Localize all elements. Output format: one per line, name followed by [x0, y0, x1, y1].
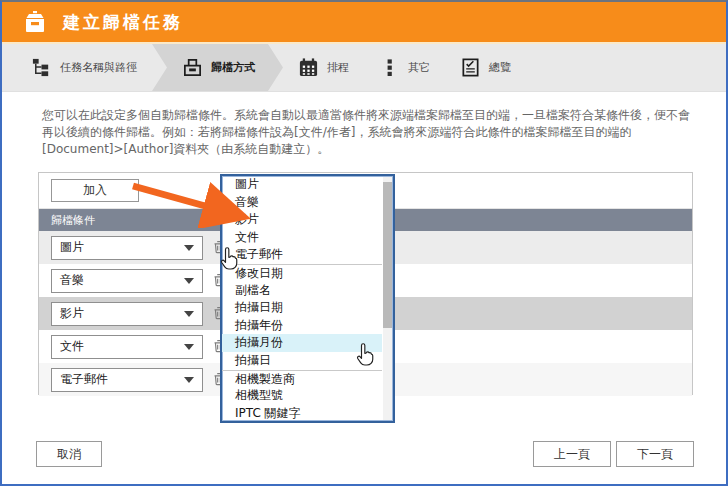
page-title: 建立歸檔任務	[63, 11, 183, 34]
step-task-name-path[interactable]: 任務名稱與路徑	[16, 44, 152, 91]
select-value: 音樂	[60, 272, 84, 289]
step-label: 任務名稱與路徑	[60, 60, 137, 75]
dots-icon	[379, 57, 400, 78]
archive-icon	[182, 57, 203, 78]
chevron-down-icon	[184, 344, 194, 350]
title-bar: 建立歸檔任務	[2, 2, 726, 42]
condition-type-select[interactable]: 文件	[51, 335, 203, 359]
step-overview[interactable]: 總覽	[445, 44, 526, 91]
step-label: 歸檔方式	[211, 60, 255, 75]
condition-type-select[interactable]: 音樂	[51, 269, 203, 293]
dropdown-scrollbar[interactable]	[383, 177, 392, 420]
scrollbar-thumb[interactable]	[383, 182, 392, 328]
step-schedule[interactable]: 排程	[283, 44, 364, 91]
dropdown-item[interactable]: 相機型號	[222, 387, 382, 405]
step-label: 總覽	[489, 60, 511, 75]
pointer-cursor-icon	[218, 247, 238, 271]
step-archive-method[interactable]: 歸檔方式	[152, 44, 283, 91]
wizard-stepbar: 任務名稱與路徑 歸檔方式 排程	[2, 42, 726, 92]
dropdown-item[interactable]: 拍攝年份	[222, 317, 382, 335]
tree-icon	[31, 57, 52, 78]
chevron-down-icon	[184, 278, 194, 284]
pointer-cursor-icon	[354, 343, 374, 367]
archive-box-icon	[22, 10, 48, 34]
dropdown-item[interactable]: IPTC 關鍵字	[222, 405, 382, 423]
chevron-down-icon	[184, 377, 194, 383]
next-page-button[interactable]: 下一頁	[616, 441, 694, 467]
select-value: 圖片	[60, 239, 84, 256]
dropdown-item[interactable]: 修改日期	[222, 264, 382, 282]
select-value: 文件	[60, 338, 84, 355]
condition-type-select[interactable]: 影片	[51, 302, 203, 326]
dropdown-item[interactable]: 文件	[222, 229, 382, 247]
checklist-icon	[460, 57, 481, 78]
tutorial-arrow	[128, 178, 256, 228]
cancel-button[interactable]: 取消	[36, 441, 102, 467]
dropdown-item[interactable]: 相機製造商	[222, 370, 382, 388]
step-label: 其它	[408, 60, 430, 75]
select-value: 電子郵件	[60, 371, 108, 388]
dropdown-item[interactable]: 電子郵件	[222, 246, 382, 264]
condition-type-select[interactable]: 圖片	[51, 236, 203, 260]
chevron-down-icon	[184, 245, 194, 251]
step-label: 排程	[327, 60, 349, 75]
select-value: 影片	[60, 305, 84, 322]
create-archive-task-window: 建立歸檔任務 任務名稱與路徑 歸檔方式	[0, 0, 728, 486]
chevron-down-icon	[184, 311, 194, 317]
prev-page-button[interactable]: 上一頁	[533, 441, 611, 467]
step-other[interactable]: 其它	[364, 44, 445, 91]
add-button[interactable]: 加入	[51, 179, 139, 202]
dropdown-item[interactable]: 拍攝日期	[222, 299, 382, 317]
condition-type-select[interactable]: 電子郵件	[51, 368, 203, 392]
calendar-icon	[298, 57, 319, 78]
dropdown-item[interactable]: 副檔名	[222, 282, 382, 300]
page-description: 您可以在此設定多個自動歸檔條件。系統會自動以最適當條件將來源端檔案歸檔至目的端，…	[42, 107, 694, 158]
